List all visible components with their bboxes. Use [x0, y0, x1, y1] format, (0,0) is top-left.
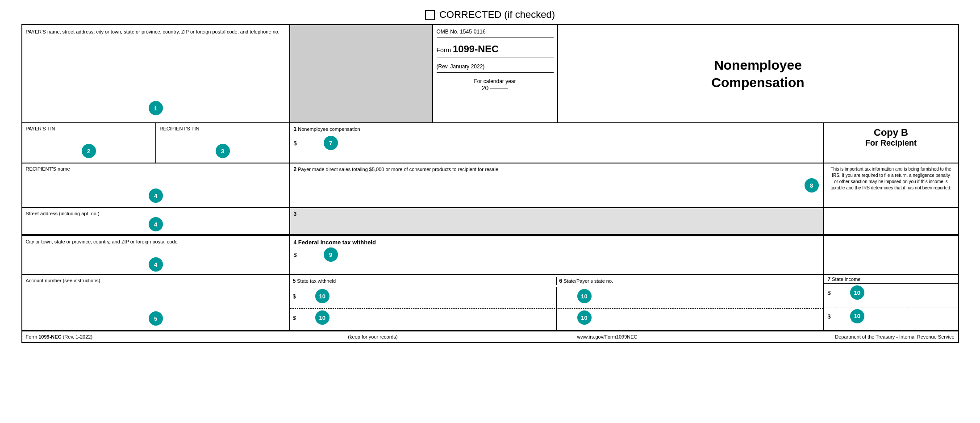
box7-dollar1: $ [828, 289, 831, 296]
copy-b-cont2 [824, 208, 958, 234]
box7-income: 7 State income $ 10 $ 10 [824, 275, 958, 330]
badge-2: 2 [82, 144, 96, 158]
form-wrapper: CORRECTED (if checked) PAYER’S name, str… [21, 9, 959, 343]
state-boxes: 5 State tax withheld 6 State/Payer’s sta… [290, 275, 824, 330]
form-prefix: Form [437, 46, 451, 54]
year-prefix: 20 [482, 84, 489, 92]
recipient-tin-cell: RECIPIENT’S TIN 3 [156, 123, 290, 163]
form-title: Nonemployee Compensation [711, 56, 804, 91]
box1-dollar: $ [294, 140, 297, 147]
box4-number: 4 [294, 239, 297, 246]
state-row1: $ 10 10 [290, 287, 823, 309]
box7-dollar2: $ [828, 313, 831, 319]
copy-b-text-cell: This is important tax information and is… [824, 163, 958, 207]
cal-year-num: 20 [437, 84, 554, 92]
box5-row1: $ 10 [290, 287, 557, 308]
badge-8: 8 [805, 178, 819, 193]
footer-left: Form 1099-NEC (Rev. 1-2022) [26, 334, 251, 339]
box6-number: 6 [559, 278, 563, 284]
badge-10f: 10 [850, 309, 864, 323]
badge-9: 9 [324, 247, 338, 262]
account-cell: Account number (see instructions) 5 [22, 275, 290, 330]
box5-number: 5 [293, 278, 296, 284]
row-recipient-name: RECIPIENT’S name 4 2 Payer made direct s… [22, 163, 958, 208]
box6-row1: 10 [557, 287, 823, 308]
box6-label: State/Payer’s state no. [563, 278, 613, 284]
street-address-label: Street address (including apt. no.) [26, 211, 100, 216]
box7-row2: $ 10 [824, 307, 958, 331]
copy-b-cont3 [824, 236, 958, 274]
form-number: Form 1099-NEC [437, 41, 554, 58]
footer-form-id: 1099-NEC [38, 334, 61, 339]
box7-label: State income [832, 276, 860, 282]
box7-row1: $ 10 [824, 284, 958, 307]
box3-cell: 3 [290, 208, 824, 234]
badge-10e: 10 [850, 285, 864, 300]
copy-b-header: Copy B For Recipient [824, 123, 958, 163]
footer-center: (keep for your records) [260, 334, 486, 339]
logo-area [290, 25, 433, 122]
copy-b-subtitle: For Recipient [830, 138, 953, 148]
box2-number: 2 [294, 166, 297, 172]
payer-info-label: PAYER’S name, street address, city or to… [26, 29, 279, 34]
corrected-header: CORRECTED (if checked) [21, 9, 959, 21]
corrected-checkbox[interactable] [425, 10, 435, 20]
form-id: 1099-NEC [453, 43, 499, 54]
rev-date: (Rev. January 2022) [437, 61, 554, 73]
year-line [490, 88, 508, 88]
badge-10c: 10 [315, 310, 329, 325]
street-address-cell: Street address (including apt. no.) 4 [22, 208, 290, 234]
footer-url: www.irs.gov/Form1099NEC [577, 334, 637, 339]
badge-5: 5 [149, 311, 163, 326]
copy-b-text: This is important tax information and is… [830, 167, 951, 190]
title-line1: Nonemployee [714, 58, 802, 72]
omb-number: OMB No. 1545-0116 [437, 29, 554, 38]
state-row2: $ 10 10 [290, 309, 823, 330]
row-account: Account number (see instructions) 5 5 St… [22, 275, 958, 331]
city-label: City or town, state or province, country… [26, 239, 178, 244]
box4-cell: 4 Federal income tax withheld $ 9 [290, 236, 824, 274]
badge-10a: 10 [315, 289, 329, 303]
badge-4a: 4 [149, 188, 163, 203]
box4-dollar: $ [294, 251, 297, 258]
row-tins: PAYER’S TIN 2 RECIPIENT’S TIN 3 1 Nonemp… [22, 123, 958, 163]
footer: Form 1099-NEC (Rev. 1-2022) (keep for yo… [22, 331, 958, 342]
recipient-name-cell: RECIPIENT’S name 4 [22, 163, 290, 207]
badge-1: 1 [149, 101, 163, 115]
omb-area: OMB No. 1545-0116 Form 1099-NEC (Rev. Ja… [433, 25, 558, 122]
box2-cell: 2 Payer made direct sales totaling $5,00… [290, 163, 824, 207]
payer-info-cell: PAYER’S name, street address, city or to… [22, 25, 290, 122]
corrected-label: CORRECTED (if checked) [439, 9, 555, 21]
badge-10d: 10 [577, 310, 592, 325]
city-cell: City or town, state or province, country… [22, 236, 290, 274]
badge-4b: 4 [149, 217, 163, 231]
box4-label: Federal income tax withheld [298, 239, 376, 246]
badge-3: 3 [216, 144, 230, 158]
title-area: Nonemployee Compensation [558, 25, 958, 122]
copy-b-title: Copy B [830, 127, 953, 138]
row-payer-info: PAYER’S name, street address, city or to… [22, 25, 958, 123]
payer-tin-cell: PAYER’S TIN 2 [22, 123, 156, 163]
footer-right: Department of the Treasury - Internal Re… [729, 334, 955, 339]
cal-year: For calendar year 20 [437, 75, 554, 94]
row-street: Street address (including apt. no.) 4 3 [22, 208, 958, 235]
box1-label: Nonemployee compensation [298, 126, 360, 132]
cal-year-label: For calendar year [437, 78, 554, 84]
badge-10b: 10 [577, 289, 592, 303]
box7-number: 7 [828, 276, 831, 282]
box1-number: 1 [294, 126, 297, 132]
box2-label: Payer made direct sales totaling $5,000 … [298, 167, 498, 172]
badge-4c: 4 [149, 257, 163, 272]
payer-tin-label: PAYER’S TIN [26, 126, 55, 131]
box5-dollar1: $ [293, 293, 296, 300]
recipient-name-label: RECIPIENT’S name [26, 166, 70, 172]
box1-cell: 1 Nonemployee compensation $ 7 [290, 123, 824, 163]
box3-number: 3 [294, 211, 297, 217]
title-line2: Compensation [711, 75, 804, 90]
recipient-tin-label: RECIPIENT’S TIN [160, 126, 200, 131]
box5-dollar2: $ [293, 314, 296, 321]
box5-row2: $ 10 [290, 309, 557, 330]
form-1099-nec: PAYER’S name, street address, city or to… [21, 24, 959, 343]
footer-rev: (Rev. 1-2022) [63, 334, 92, 339]
badge-7: 7 [324, 136, 338, 150]
